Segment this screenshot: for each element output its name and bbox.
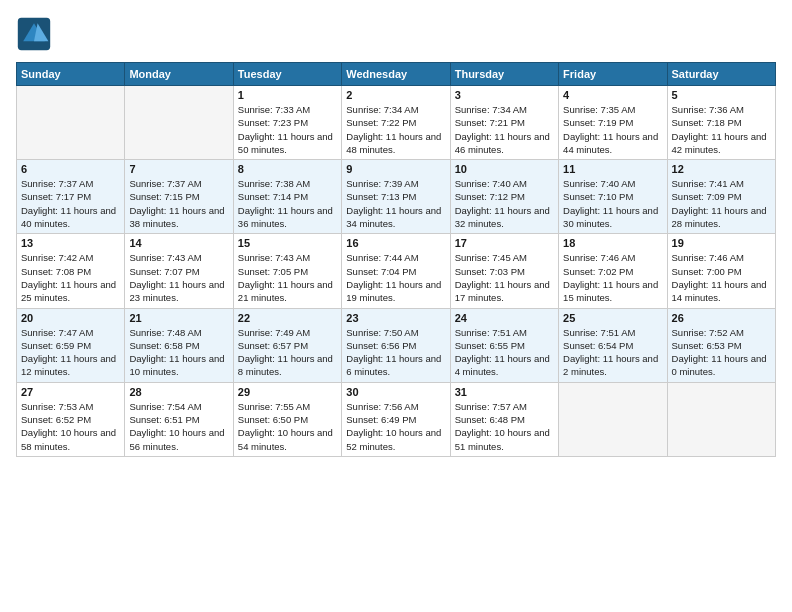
calendar-cell: 9Sunrise: 7:39 AM Sunset: 7:13 PM Daylig…: [342, 160, 450, 234]
day-info: Sunrise: 7:46 AM Sunset: 7:00 PM Dayligh…: [672, 251, 771, 304]
calendar-cell: 18Sunrise: 7:46 AM Sunset: 7:02 PM Dayli…: [559, 234, 667, 308]
day-info: Sunrise: 7:39 AM Sunset: 7:13 PM Dayligh…: [346, 177, 445, 230]
calendar-cell: 20Sunrise: 7:47 AM Sunset: 6:59 PM Dayli…: [17, 308, 125, 382]
day-info: Sunrise: 7:49 AM Sunset: 6:57 PM Dayligh…: [238, 326, 337, 379]
day-number: 7: [129, 163, 228, 175]
calendar-cell: [17, 86, 125, 160]
day-info: Sunrise: 7:40 AM Sunset: 7:12 PM Dayligh…: [455, 177, 554, 230]
calendar-cell: 25Sunrise: 7:51 AM Sunset: 6:54 PM Dayli…: [559, 308, 667, 382]
day-number: 6: [21, 163, 120, 175]
day-number: 20: [21, 312, 120, 324]
calendar-week-row: 13Sunrise: 7:42 AM Sunset: 7:08 PM Dayli…: [17, 234, 776, 308]
day-info: Sunrise: 7:35 AM Sunset: 7:19 PM Dayligh…: [563, 103, 662, 156]
day-info: Sunrise: 7:44 AM Sunset: 7:04 PM Dayligh…: [346, 251, 445, 304]
calendar-cell: 11Sunrise: 7:40 AM Sunset: 7:10 PM Dayli…: [559, 160, 667, 234]
day-info: Sunrise: 7:52 AM Sunset: 6:53 PM Dayligh…: [672, 326, 771, 379]
calendar-cell: [125, 86, 233, 160]
weekday-header: Friday: [559, 63, 667, 86]
calendar-cell: 14Sunrise: 7:43 AM Sunset: 7:07 PM Dayli…: [125, 234, 233, 308]
day-info: Sunrise: 7:40 AM Sunset: 7:10 PM Dayligh…: [563, 177, 662, 230]
day-info: Sunrise: 7:57 AM Sunset: 6:48 PM Dayligh…: [455, 400, 554, 453]
day-number: 8: [238, 163, 337, 175]
calendar-cell: 17Sunrise: 7:45 AM Sunset: 7:03 PM Dayli…: [450, 234, 558, 308]
day-info: Sunrise: 7:43 AM Sunset: 7:05 PM Dayligh…: [238, 251, 337, 304]
logo: [16, 16, 56, 52]
day-number: 13: [21, 237, 120, 249]
calendar-cell: 1Sunrise: 7:33 AM Sunset: 7:23 PM Daylig…: [233, 86, 341, 160]
day-number: 25: [563, 312, 662, 324]
day-number: 18: [563, 237, 662, 249]
day-info: Sunrise: 7:33 AM Sunset: 7:23 PM Dayligh…: [238, 103, 337, 156]
page: SundayMondayTuesdayWednesdayThursdayFrid…: [0, 0, 792, 469]
day-info: Sunrise: 7:54 AM Sunset: 6:51 PM Dayligh…: [129, 400, 228, 453]
day-number: 9: [346, 163, 445, 175]
day-info: Sunrise: 7:38 AM Sunset: 7:14 PM Dayligh…: [238, 177, 337, 230]
calendar-cell: 3Sunrise: 7:34 AM Sunset: 7:21 PM Daylig…: [450, 86, 558, 160]
day-info: Sunrise: 7:34 AM Sunset: 7:21 PM Dayligh…: [455, 103, 554, 156]
calendar: SundayMondayTuesdayWednesdayThursdayFrid…: [16, 62, 776, 457]
calendar-cell: 23Sunrise: 7:50 AM Sunset: 6:56 PM Dayli…: [342, 308, 450, 382]
calendar-cell: 16Sunrise: 7:44 AM Sunset: 7:04 PM Dayli…: [342, 234, 450, 308]
day-number: 17: [455, 237, 554, 249]
calendar-cell: 21Sunrise: 7:48 AM Sunset: 6:58 PM Dayli…: [125, 308, 233, 382]
calendar-cell: 12Sunrise: 7:41 AM Sunset: 7:09 PM Dayli…: [667, 160, 775, 234]
calendar-cell: 19Sunrise: 7:46 AM Sunset: 7:00 PM Dayli…: [667, 234, 775, 308]
day-number: 14: [129, 237, 228, 249]
header: [16, 16, 776, 52]
calendar-cell: 24Sunrise: 7:51 AM Sunset: 6:55 PM Dayli…: [450, 308, 558, 382]
calendar-week-row: 6Sunrise: 7:37 AM Sunset: 7:17 PM Daylig…: [17, 160, 776, 234]
day-info: Sunrise: 7:41 AM Sunset: 7:09 PM Dayligh…: [672, 177, 771, 230]
day-number: 28: [129, 386, 228, 398]
calendar-cell: 29Sunrise: 7:55 AM Sunset: 6:50 PM Dayli…: [233, 382, 341, 456]
day-number: 4: [563, 89, 662, 101]
day-number: 23: [346, 312, 445, 324]
calendar-header-row: SundayMondayTuesdayWednesdayThursdayFrid…: [17, 63, 776, 86]
day-info: Sunrise: 7:51 AM Sunset: 6:54 PM Dayligh…: [563, 326, 662, 379]
day-info: Sunrise: 7:36 AM Sunset: 7:18 PM Dayligh…: [672, 103, 771, 156]
day-number: 22: [238, 312, 337, 324]
calendar-cell: 7Sunrise: 7:37 AM Sunset: 7:15 PM Daylig…: [125, 160, 233, 234]
weekday-header: Sunday: [17, 63, 125, 86]
day-info: Sunrise: 7:37 AM Sunset: 7:15 PM Dayligh…: [129, 177, 228, 230]
calendar-cell: 8Sunrise: 7:38 AM Sunset: 7:14 PM Daylig…: [233, 160, 341, 234]
day-number: 15: [238, 237, 337, 249]
day-number: 5: [672, 89, 771, 101]
day-number: 29: [238, 386, 337, 398]
logo-icon: [16, 16, 52, 52]
calendar-cell: 26Sunrise: 7:52 AM Sunset: 6:53 PM Dayli…: [667, 308, 775, 382]
calendar-cell: 22Sunrise: 7:49 AM Sunset: 6:57 PM Dayli…: [233, 308, 341, 382]
calendar-cell: 30Sunrise: 7:56 AM Sunset: 6:49 PM Dayli…: [342, 382, 450, 456]
day-number: 10: [455, 163, 554, 175]
day-info: Sunrise: 7:42 AM Sunset: 7:08 PM Dayligh…: [21, 251, 120, 304]
calendar-week-row: 27Sunrise: 7:53 AM Sunset: 6:52 PM Dayli…: [17, 382, 776, 456]
day-info: Sunrise: 7:34 AM Sunset: 7:22 PM Dayligh…: [346, 103, 445, 156]
day-number: 27: [21, 386, 120, 398]
day-info: Sunrise: 7:50 AM Sunset: 6:56 PM Dayligh…: [346, 326, 445, 379]
calendar-cell: 31Sunrise: 7:57 AM Sunset: 6:48 PM Dayli…: [450, 382, 558, 456]
calendar-cell: 13Sunrise: 7:42 AM Sunset: 7:08 PM Dayli…: [17, 234, 125, 308]
calendar-cell: 27Sunrise: 7:53 AM Sunset: 6:52 PM Dayli…: [17, 382, 125, 456]
calendar-cell: 2Sunrise: 7:34 AM Sunset: 7:22 PM Daylig…: [342, 86, 450, 160]
day-number: 1: [238, 89, 337, 101]
day-info: Sunrise: 7:51 AM Sunset: 6:55 PM Dayligh…: [455, 326, 554, 379]
day-number: 24: [455, 312, 554, 324]
weekday-header: Tuesday: [233, 63, 341, 86]
day-number: 30: [346, 386, 445, 398]
calendar-week-row: 20Sunrise: 7:47 AM Sunset: 6:59 PM Dayli…: [17, 308, 776, 382]
calendar-cell: [667, 382, 775, 456]
day-info: Sunrise: 7:47 AM Sunset: 6:59 PM Dayligh…: [21, 326, 120, 379]
day-number: 11: [563, 163, 662, 175]
day-info: Sunrise: 7:37 AM Sunset: 7:17 PM Dayligh…: [21, 177, 120, 230]
day-number: 3: [455, 89, 554, 101]
day-number: 2: [346, 89, 445, 101]
day-number: 31: [455, 386, 554, 398]
calendar-cell: 5Sunrise: 7:36 AM Sunset: 7:18 PM Daylig…: [667, 86, 775, 160]
day-info: Sunrise: 7:53 AM Sunset: 6:52 PM Dayligh…: [21, 400, 120, 453]
day-info: Sunrise: 7:55 AM Sunset: 6:50 PM Dayligh…: [238, 400, 337, 453]
day-info: Sunrise: 7:48 AM Sunset: 6:58 PM Dayligh…: [129, 326, 228, 379]
weekday-header: Thursday: [450, 63, 558, 86]
calendar-cell: 6Sunrise: 7:37 AM Sunset: 7:17 PM Daylig…: [17, 160, 125, 234]
day-number: 26: [672, 312, 771, 324]
weekday-header: Saturday: [667, 63, 775, 86]
day-number: 21: [129, 312, 228, 324]
